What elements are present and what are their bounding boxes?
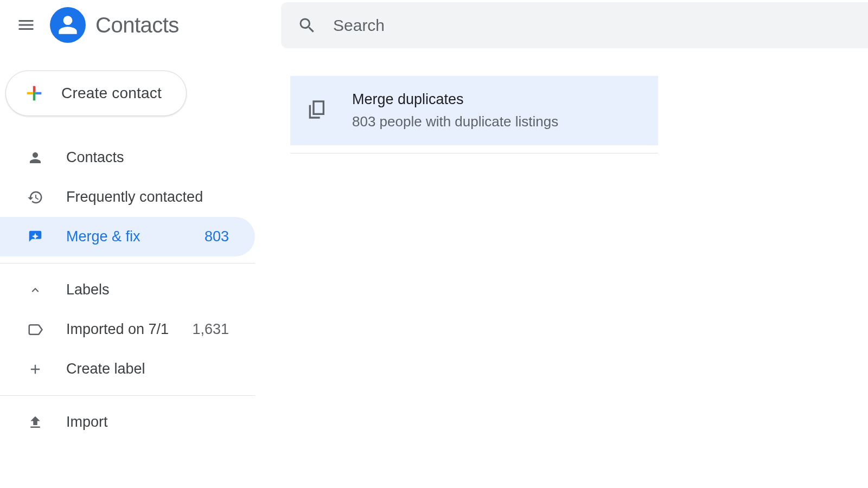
app-header: Contacts: [0, 0, 868, 50]
chevron-up-icon: [27, 283, 43, 297]
divider: [0, 395, 255, 396]
label-icon: [27, 322, 43, 338]
plus-icon: [27, 362, 43, 377]
labels-header-label: Labels: [66, 281, 255, 298]
divider: [290, 153, 658, 153]
person-icon: [27, 150, 43, 166]
import-label: Import: [66, 414, 255, 431]
create-label-label: Create label: [66, 361, 255, 377]
label-item-label: Imported on 7/12 1: [66, 321, 169, 338]
app-logo: Contacts: [50, 7, 179, 43]
search-icon: [297, 16, 317, 35]
copy-icon: [305, 99, 327, 123]
main-content: Merge duplicates 803 people with duplica…: [255, 65, 868, 488]
search-bar[interactable]: [281, 2, 868, 48]
plus-multicolor-icon: [23, 82, 45, 104]
merge-card-subtitle: 803 people with duplicate listings: [352, 113, 558, 130]
sidebar-item-label: Merge & fix: [66, 228, 182, 245]
label-item-count: 1,631: [192, 321, 229, 338]
sidebar-item-label: Frequently contacted: [66, 189, 255, 206]
main-menu-button[interactable]: [7, 5, 46, 44]
svg-rect-0: [314, 101, 323, 114]
create-contact-button[interactable]: Create contact: [5, 70, 187, 116]
sidebar-item-merge-fix[interactable]: Merge & fix 803: [0, 217, 255, 256]
sidebar-label-item[interactable]: Imported on 7/12 1 1,631: [0, 310, 255, 349]
merge-fix-count: 803: [205, 228, 229, 245]
merge-duplicates-card[interactable]: Merge duplicates 803 people with duplica…: [290, 76, 658, 145]
sidebar: Create contact Contacts Frequently conta…: [0, 65, 255, 488]
sidebar-item-contacts[interactable]: Contacts: [0, 138, 255, 177]
sidebar-import[interactable]: Import: [0, 402, 255, 442]
app-title: Contacts: [95, 13, 179, 37]
sparkle-icon: [27, 229, 43, 245]
divider: [0, 263, 255, 264]
sidebar-create-label[interactable]: Create label: [0, 349, 255, 389]
contacts-logo-icon: [50, 7, 86, 43]
merge-card-title: Merge duplicates: [352, 91, 558, 108]
create-contact-label: Create contact: [61, 85, 162, 102]
merge-card-text: Merge duplicates 803 people with duplica…: [352, 91, 558, 130]
sidebar-item-label: Contacts: [66, 149, 255, 166]
search-input[interactable]: [333, 16, 767, 35]
history-icon: [27, 189, 43, 206]
sidebar-labels-header[interactable]: Labels: [0, 270, 255, 310]
upload-icon: [27, 414, 43, 431]
sidebar-item-frequent[interactable]: Frequently contacted: [0, 177, 255, 217]
hamburger-icon: [16, 15, 36, 35]
